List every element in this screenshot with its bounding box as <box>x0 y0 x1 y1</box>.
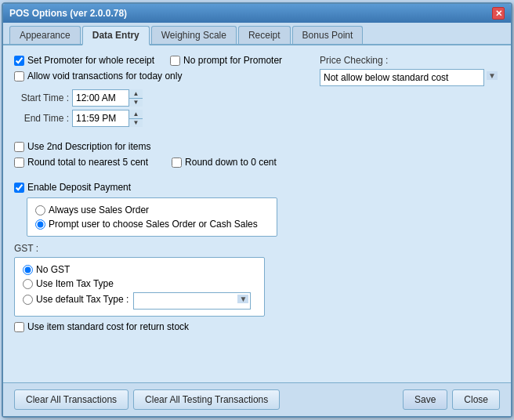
tab-appearance[interactable]: Appearance <box>9 26 81 44</box>
no-prompt-promoter-label: No prompt for Promoter <box>183 55 282 66</box>
start-time-down-arrow[interactable]: ▼ <box>129 99 143 107</box>
allow-void-checkbox[interactable] <box>14 71 24 81</box>
use-2nd-desc-label: Use 2nd Description for items <box>27 141 150 152</box>
title-bar: POS Options (ver 2.0.0.78) ✕ <box>3 4 511 23</box>
item-tax-label: Use Item Tax Type <box>36 278 114 289</box>
default-tax-row: Use default Tax Type : <box>23 292 256 310</box>
price-checking-select[interactable]: Not allow below standard cost Allow all … <box>320 69 484 86</box>
enable-deposit-label: Enable Deposit Payment <box>27 182 131 193</box>
round-nearest-checkbox-label[interactable]: Round total to nearest 5 cent <box>14 157 148 168</box>
set-promoter-checkbox[interactable] <box>14 56 24 66</box>
allow-void-label: Allow void transactions for today only <box>27 71 182 81</box>
allow-void-row: Allow void transactions for today only <box>14 71 320 81</box>
no-prompt-promoter-checkbox[interactable] <box>170 56 180 66</box>
tab-data-entry[interactable]: Data Entry <box>82 26 150 45</box>
top-section: Set Promoter for whole receipt No prompt… <box>14 55 500 86</box>
round-down-checkbox-label[interactable]: Round down to 0 cent <box>172 157 277 168</box>
close-button[interactable]: Close <box>452 389 500 410</box>
prompt-user-radio-label[interactable]: Prompt user to choose Sales Order or Cas… <box>35 219 269 230</box>
allow-void-checkbox-label[interactable]: Allow void transactions for today only <box>14 71 182 81</box>
start-time-spinner: ▲ ▼ <box>128 89 143 107</box>
enable-deposit-checkbox-label[interactable]: Enable Deposit Payment <box>14 182 131 193</box>
tab-receipt[interactable]: Receipt <box>238 26 291 44</box>
round-down-checkbox[interactable] <box>172 158 182 168</box>
clear-testing-transactions-button[interactable]: Clear All Testing Transactions <box>133 389 280 410</box>
start-time-up-arrow[interactable]: ▲ <box>129 89 143 99</box>
divider-1 <box>14 132 500 136</box>
use-standard-cost-row: Use item standard cost for return stock <box>14 321 500 332</box>
clear-all-transactions-button[interactable]: Clear All Transactions <box>14 389 128 410</box>
tax-type-select-wrapper <box>133 292 251 310</box>
use-standard-cost-checkbox[interactable] <box>14 322 24 332</box>
no-gst-radio[interactable] <box>23 265 33 275</box>
end-time-down-arrow[interactable]: ▼ <box>129 119 143 128</box>
use-2nd-desc-row: Use 2nd Description for items <box>14 141 500 152</box>
window-title: POS Options (ver 2.0.0.78) <box>9 8 127 19</box>
tab-bar: Appearance Data Entry Weighing Scale Rec… <box>3 23 511 45</box>
promoter-row: Set Promoter for whole receipt No prompt… <box>14 55 320 66</box>
round-row: Round total to nearest 5 cent Round down… <box>14 157 500 168</box>
always-order-radio[interactable] <box>35 205 45 215</box>
tax-type-select[interactable] <box>133 292 251 310</box>
tab-bonus-point[interactable]: Bonus Point <box>292 26 364 44</box>
footer-left-buttons: Clear All Transactions Clear All Testing… <box>14 389 280 410</box>
save-button[interactable]: Save <box>403 389 447 410</box>
default-tax-radio-label[interactable]: Use default Tax Type : <box>23 294 128 305</box>
no-gst-row: No GST <box>23 264 256 275</box>
default-tax-label: Use default Tax Type : <box>36 294 128 305</box>
right-column: Price Checking : Not allow below standar… <box>320 55 500 86</box>
price-checking-select-wrapper: Not allow below standard cost Allow all … <box>320 69 500 86</box>
enable-deposit-row: Enable Deposit Payment <box>14 182 500 193</box>
main-window: POS Options (ver 2.0.0.78) ✕ Appearance … <box>2 2 512 418</box>
gst-options-group: No GST Use Item Tax Type Use default Tax… <box>14 257 265 317</box>
content-area: Set Promoter for whole receipt No prompt… <box>3 45 511 382</box>
tab-weighing-scale[interactable]: Weighing Scale <box>151 26 237 44</box>
deposit-options-group: Always use Sales Order Prompt user to ch… <box>27 197 277 237</box>
divider-2 <box>14 172 500 177</box>
set-promoter-label: Set Promoter for whole receipt <box>27 55 154 66</box>
no-gst-label: No GST <box>36 264 70 275</box>
prompt-user-label: Prompt user to choose Sales Order or Cas… <box>49 219 258 230</box>
round-nearest-checkbox[interactable] <box>14 158 24 168</box>
start-time-label: Start Time : <box>14 92 69 103</box>
end-time-label: End Time : <box>14 113 69 124</box>
use-standard-cost-label: Use item standard cost for return stock <box>27 321 189 332</box>
round-down-label: Round down to 0 cent <box>185 157 277 168</box>
close-icon[interactable]: ✕ <box>492 7 505 20</box>
set-promoter-checkbox-label[interactable]: Set Promoter for whole receipt <box>14 55 154 66</box>
no-prompt-promoter-checkbox-label[interactable]: No prompt for Promoter <box>170 55 282 66</box>
end-time-row: End Time : ▲ ▼ <box>14 110 500 127</box>
no-gst-radio-label[interactable]: No GST <box>23 264 70 275</box>
price-checking-label: Price Checking : <box>320 55 500 66</box>
end-time-spinner: ▲ ▼ <box>128 110 143 127</box>
default-tax-radio[interactable] <box>23 295 33 305</box>
item-tax-row: Use Item Tax Type <box>23 278 256 289</box>
end-time-input-wrapper: ▲ ▼ <box>72 110 143 127</box>
start-time-input-wrapper: ▲ ▼ <box>72 89 143 107</box>
item-tax-radio-label[interactable]: Use Item Tax Type <box>23 278 114 289</box>
footer-right-buttons: Save Close <box>403 389 500 410</box>
gst-label: GST : <box>14 243 500 254</box>
use-standard-cost-checkbox-label[interactable]: Use item standard cost for return stock <box>14 321 189 332</box>
always-order-label: Always use Sales Order <box>49 205 149 215</box>
use-2nd-desc-checkbox[interactable] <box>14 142 24 152</box>
enable-deposit-checkbox[interactable] <box>14 183 24 193</box>
left-column: Set Promoter for whole receipt No prompt… <box>14 55 320 86</box>
item-tax-radio[interactable] <box>23 279 33 289</box>
end-time-up-arrow[interactable]: ▲ <box>129 110 143 119</box>
round-nearest-label: Round total to nearest 5 cent <box>27 157 148 168</box>
prompt-user-radio[interactable] <box>35 219 45 230</box>
use-2nd-desc-checkbox-label[interactable]: Use 2nd Description for items <box>14 141 150 152</box>
footer: Clear All Transactions Clear All Testing… <box>3 382 511 416</box>
start-time-row: Start Time : ▲ ▼ <box>14 89 500 107</box>
always-order-radio-label[interactable]: Always use Sales Order <box>35 205 269 215</box>
